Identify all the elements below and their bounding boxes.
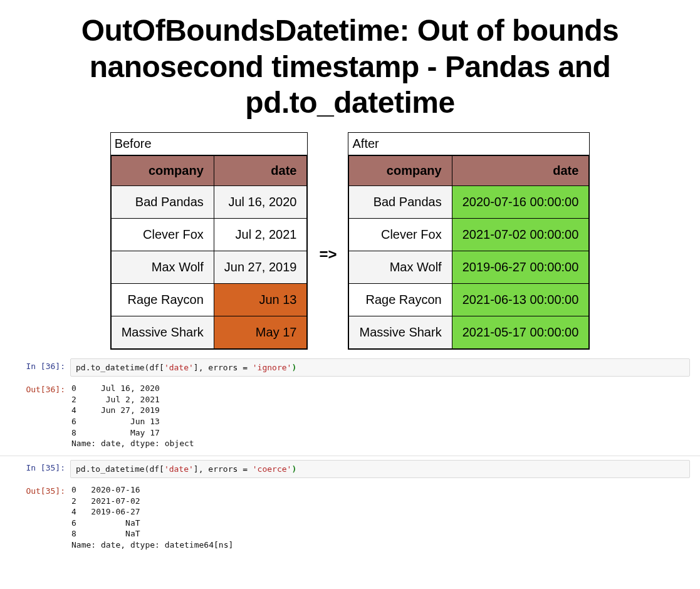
after-date-cell: 2021-05-17 00:00:00 [452,316,589,348]
table-row: Massive Shark2021-05-17 00:00:00 [349,316,589,348]
before-company-cell: Bad Pandas [111,185,214,218]
nb-cell-block: In [36]:pd.to_datetime(df['date'], error… [0,356,700,456]
before-company-cell: Clever Fox [111,218,214,251]
before-header-company: company [111,155,214,185]
after-company-cell: Clever Fox [349,218,452,251]
nb-in-prompt: In [36]: [5,358,70,371]
nb-output-row: Out[35]:0 2020-07-16 2 2021-07-02 4 2019… [0,481,700,554]
table-row: Clever FoxJul 2, 2021 [111,218,307,251]
table-row: Rage RayconJun 13 [111,283,307,316]
nb-output-text: 0 Jul 16, 2020 2 Jul 2, 2021 4 Jun 27, 2… [70,382,690,450]
tables-row: Before company date Bad PandasJul 16, 20… [0,132,700,350]
table-row: Bad Pandas2020-07-16 00:00:00 [349,185,589,218]
arrow-label: => [319,218,337,263]
nb-code: pd.to_datetime(df['date'], errors = 'ign… [70,358,690,377]
before-table: company date Bad PandasJul 16, 2020Cleve… [111,155,308,349]
table-row: Clever Fox2021-07-02 00:00:00 [349,218,589,251]
nb-output-row: Out[36]:0 Jul 16, 2020 2 Jul 2, 2021 4 J… [0,379,700,452]
nb-code: pd.to_datetime(df['date'], errors = 'coe… [70,460,690,479]
before-caption: Before [111,133,308,155]
after-company-cell: Max Wolf [349,251,452,283]
nb-cell-block: In [35]:pd.to_datetime(df['date'], error… [0,457,700,557]
after-header-date: date [452,155,589,185]
after-company-cell: Rage Raycon [349,283,452,316]
before-header-date: date [214,155,307,185]
nb-out-prompt: Out[35]: [5,483,70,496]
after-table: company date Bad Pandas2020-07-16 00:00:… [348,155,589,349]
table-row: Massive SharkMay 17 [111,316,307,348]
after-date-cell: 2019-06-27 00:00:00 [452,251,589,283]
table-row: Max Wolf2019-06-27 00:00:00 [349,251,589,283]
after-caption: After [348,133,589,155]
nb-in-prompt: In [35]: [5,460,70,472]
after-date-cell: 2020-07-16 00:00:00 [452,185,589,218]
before-date-cell: May 17 [214,316,307,348]
after-date-cell: 2021-07-02 00:00:00 [452,218,589,251]
before-date-cell: Jun 13 [214,283,307,316]
after-company-cell: Massive Shark [349,316,452,348]
before-date-cell: Jul 16, 2020 [214,185,307,218]
page-title: OutOfBoundsDatetime: Out of bounds nanos… [56,13,644,121]
before-company-cell: Rage Raycon [111,283,214,316]
nb-input-row: In [36]:pd.to_datetime(df['date'], error… [0,356,700,380]
table-row: Rage Raycon2021-06-13 00:00:00 [349,283,589,316]
nb-input-row: In [35]:pd.to_datetime(df['date'], error… [0,457,700,481]
table-row: Max WolfJun 27, 2019 [111,251,307,283]
after-company-cell: Bad Pandas [349,185,452,218]
after-header-company: company [349,155,452,185]
before-date-cell: Jun 27, 2019 [214,251,307,283]
before-company-cell: Max Wolf [111,251,214,283]
after-table-wrap: After company date Bad Pandas2020-07-16 … [348,132,590,350]
before-company-cell: Massive Shark [111,316,214,348]
nb-output-text: 0 2020-07-16 2 2021-07-02 4 2019-06-27 6… [70,483,690,551]
before-date-cell: Jul 2, 2021 [214,218,307,251]
table-row: Bad PandasJul 16, 2020 [111,185,307,218]
before-table-wrap: Before company date Bad PandasJul 16, 20… [110,132,308,350]
after-date-cell: 2021-06-13 00:00:00 [452,283,589,316]
nb-out-prompt: Out[36]: [5,382,70,394]
